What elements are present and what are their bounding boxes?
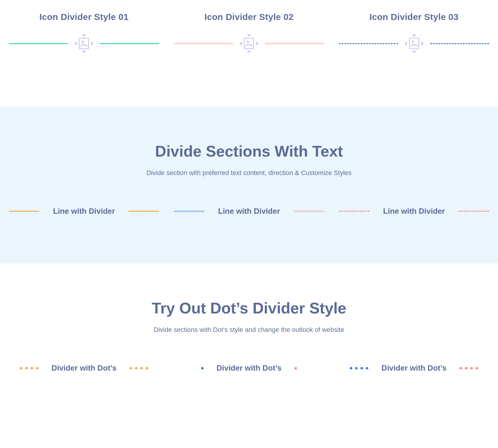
divider-dots-left [201, 367, 203, 369]
icon-divider-col-1: Icon Divider Style 01 [9, 12, 159, 53]
dot-divider-section: Try Out Dot’s Divider Style Divide secti… [0, 263, 498, 402]
divider-row [9, 34, 159, 53]
divider-text-label: Line with Divider [376, 207, 452, 216]
divider-text-label: Line with Divider [211, 207, 287, 216]
dot-divider-row: Divider with Dot’s Divider with Dot’s Di… [9, 363, 489, 373]
dot-divider-col-3: Divider with Dot’s [339, 363, 489, 373]
text-divider-col-2: Line with Divider [174, 207, 324, 216]
icon-divider-title-2: Icon Divider Style 02 [174, 12, 324, 22]
section-title: Divide Sections With Text [9, 142, 489, 160]
divider-text-label: Line with Divider [46, 207, 122, 216]
icon-divider-section: Icon Divider Style 01 Icon Divider Style… [0, 0, 498, 107]
icon-divider-row: Icon Divider Style 01 Icon Divider Style… [9, 12, 489, 53]
divider-dots-right [130, 367, 148, 369]
divider-line-right [459, 211, 489, 212]
divider-line-right [294, 211, 324, 212]
divider-dots-right [460, 367, 478, 369]
text-divider-col-3: Line with Divider [339, 207, 489, 216]
divider-text-label: Divider with Dot’s [45, 363, 123, 373]
divider-dots-left [20, 367, 38, 369]
icon-divider-col-3: Icon Divider Style 03 [339, 12, 489, 53]
svg-point-5 [412, 41, 414, 43]
image-placeholder-icon [239, 34, 259, 53]
divider-line-left [9, 211, 39, 212]
section-title: Try Out Dot’s Divider Style [9, 299, 489, 317]
divider-line-left [174, 43, 233, 44]
image-placeholder-icon [74, 34, 93, 53]
divider-dots-right [295, 367, 297, 369]
svg-point-3 [247, 41, 249, 43]
divider-line-right [129, 211, 159, 212]
divider-dots-left [350, 367, 368, 369]
svg-point-1 [82, 41, 84, 43]
text-divider-section: Divide Sections With Text Divide section… [0, 107, 498, 263]
divider-line-right [430, 43, 489, 44]
divider-line-right [100, 43, 159, 44]
section-subtitle: Divide sections with Dot’s style and cha… [9, 326, 489, 334]
text-divider-col-1: Line with Divider [9, 207, 159, 216]
divider-line-left [339, 211, 369, 212]
divider-text-label: Divider with Dot’s [210, 363, 288, 373]
divider-text-label: Divider with Dot’s [375, 363, 453, 373]
icon-divider-title-1: Icon Divider Style 01 [9, 12, 159, 22]
image-placeholder-icon [405, 34, 424, 53]
divider-line-left [9, 43, 68, 44]
divider-line-right [265, 43, 324, 44]
icon-divider-title-3: Icon Divider Style 03 [339, 12, 489, 22]
divider-row [339, 34, 489, 53]
divider-line-left [174, 211, 204, 212]
text-divider-row: Line with Divider Line with Divider Line… [9, 207, 489, 216]
dot-divider-col-2: Divider with Dot’s [174, 363, 324, 373]
icon-divider-col-2: Icon Divider Style 02 [174, 12, 324, 53]
dot-divider-col-1: Divider with Dot’s [9, 363, 159, 373]
divider-line-left [339, 43, 398, 44]
divider-row [174, 34, 324, 53]
section-subtitle: Divide section with preferred text conte… [9, 169, 489, 177]
